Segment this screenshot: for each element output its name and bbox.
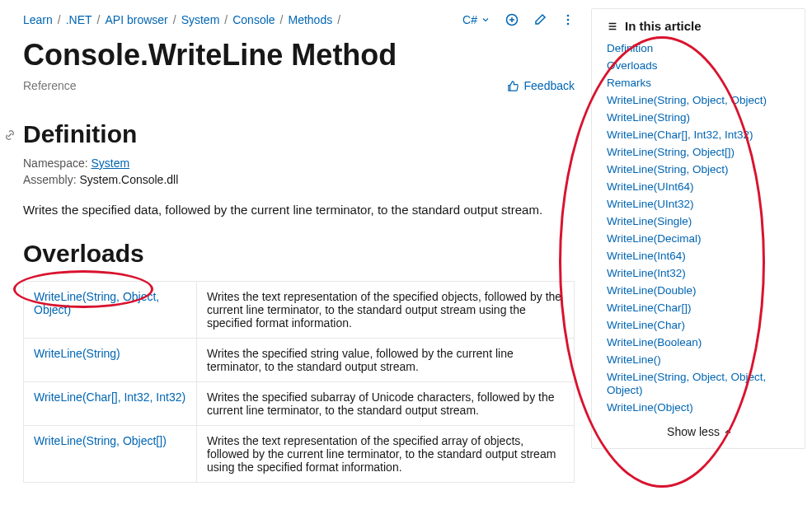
breadcrumb-link[interactable]: Console [232, 13, 275, 26]
overloads-tbody: WriteLine(String, Object, Object)Writes … [24, 282, 575, 483]
toc-title-row: In this article [607, 19, 793, 33]
toc-link[interactable]: WriteLine() [607, 353, 661, 366]
overload-desc: Writes the text representation of the sp… [197, 426, 575, 483]
breadcrumb-separator: / [224, 13, 228, 26]
breadcrumb-link[interactable]: Learn [23, 13, 53, 26]
toc-link[interactable]: Overloads [607, 59, 658, 72]
toc-list: DefinitionOverloadsRemarksWriteLine(Stri… [607, 41, 793, 414]
definition-description: Writes the specified data, followed by t… [23, 203, 575, 217]
toc-link[interactable]: WriteLine(String, Object) [607, 163, 729, 175]
toc-card: In this article DefinitionOverloadsRemar… [591, 8, 805, 449]
feedback-link[interactable]: Feedback [507, 79, 575, 92]
overload-link[interactable]: WriteLine(String, Object, Object) [34, 290, 159, 316]
assembly-label: Assembly: [23, 173, 77, 186]
toc-item: Definition [607, 41, 793, 54]
toc-item: WriteLine(Single) [607, 214, 793, 227]
toc-item: Overloads [607, 58, 793, 72]
toc-item: WriteLine(Char[], Int32, Int32) [607, 128, 793, 141]
toc-item: WriteLine() [607, 353, 793, 366]
toc-link[interactable]: WriteLine(UInt32) [607, 198, 694, 210]
overloads-table: WriteLine(String, Object, Object)Writes … [23, 281, 575, 483]
language-selector[interactable]: C# [462, 13, 490, 26]
toc-link[interactable]: WriteLine(Object) [607, 401, 693, 414]
table-row: WriteLine(String)Writes the specified st… [24, 339, 575, 382]
list-icon [607, 21, 618, 32]
page-title: Console.WriteLine Method [23, 38, 575, 72]
breadcrumb-separator: / [58, 13, 61, 26]
toc-item: WriteLine(Char) [607, 318, 793, 331]
toc-link[interactable]: WriteLine(Boolean) [607, 336, 702, 348]
overload-desc: Writes the specified string value, follo… [197, 339, 575, 382]
breadcrumb-separator: / [97, 13, 101, 26]
toc-link[interactable]: WriteLine(String) [607, 111, 690, 124]
toc-item: WriteLine(Decimal) [607, 231, 793, 245]
svg-point-2 [567, 19, 570, 21]
toc-item: WriteLine(Object) [607, 400, 793, 414]
toc-link[interactable]: Remarks [607, 77, 651, 89]
toc-item: WriteLine(Char[]) [607, 301, 793, 314]
toc-link[interactable]: WriteLine(Int64) [607, 250, 686, 262]
toc-link[interactable]: WriteLine(Int32) [607, 267, 686, 279]
overloads-heading: Overloads [23, 240, 144, 268]
feedback-label: Feedback [524, 79, 575, 92]
svg-point-1 [567, 15, 570, 17]
toolbar-right: C# [462, 13, 575, 26]
main-column: Learn/.NET/API browser/System/Console/Me… [0, 0, 591, 519]
namespace-link[interactable]: System [91, 157, 129, 170]
toc-link[interactable]: Definition [607, 42, 653, 54]
toc-link[interactable]: WriteLine(Char[], Int32, Int32) [607, 129, 753, 141]
toc-item: WriteLine(String, Object[]) [607, 145, 793, 158]
toc-link[interactable]: WriteLine(Double) [607, 284, 697, 297]
overload-link[interactable]: WriteLine(Char[], Int32, Int32) [34, 390, 185, 404]
breadcrumb-separator: / [280, 13, 284, 26]
toc-item: Remarks [607, 76, 793, 89]
show-less-label: Show less [667, 425, 720, 438]
show-less-button[interactable]: Show less [607, 420, 793, 443]
toc-link[interactable]: WriteLine(Single) [607, 215, 692, 227]
language-label: C# [462, 13, 477, 26]
breadcrumb-bar: Learn/.NET/API browser/System/Console/Me… [23, 13, 575, 26]
link-icon[interactable] [3, 129, 16, 144]
toc-item: WriteLine(Double) [607, 283, 793, 297]
edit-icon[interactable] [533, 13, 547, 26]
breadcrumb-link[interactable]: API browser [105, 13, 167, 26]
toc-item: WriteLine(String, Object, Object, Object… [607, 370, 793, 396]
breadcrumb-separator: / [337, 13, 340, 26]
toc-link[interactable]: WriteLine(Decimal) [607, 232, 702, 245]
toc-link[interactable]: WriteLine(String, Object, Object, Object… [607, 371, 766, 396]
table-row: WriteLine(String, Object, Object)Writes … [24, 282, 575, 339]
namespace-row: Namespace: System [23, 157, 575, 170]
overload-desc: Writes the text representation of the sp… [197, 282, 575, 339]
breadcrumb-link[interactable]: .NET [66, 13, 92, 26]
assembly-value: System.Console.dll [79, 173, 178, 186]
toc-item: WriteLine(Int32) [607, 266, 793, 279]
svg-point-3 [567, 23, 570, 26]
toc-item: WriteLine(String, Object, Object) [607, 93, 793, 106]
overload-desc: Writes the specified subarray of Unicode… [197, 382, 575, 426]
table-row: WriteLine(String, Object[])Writes the te… [24, 426, 575, 483]
overload-link[interactable]: WriteLine(String, Object[]) [34, 434, 167, 447]
toc-item: WriteLine(UInt64) [607, 180, 793, 193]
chevron-down-icon [481, 15, 490, 25]
breadcrumb-separator: / [173, 13, 176, 26]
toc-link[interactable]: WriteLine(String, Object, Object) [607, 94, 767, 106]
chevron-up-icon [723, 427, 733, 437]
toc-link[interactable]: WriteLine(Char) [607, 319, 685, 331]
breadcrumb: Learn/.NET/API browser/System/Console/Me… [23, 13, 340, 26]
sub-row: Reference Feedback [23, 79, 575, 92]
toc-item: WriteLine(UInt32) [607, 197, 793, 210]
toc-link[interactable]: WriteLine(String, Object[]) [607, 146, 735, 158]
toc-item: WriteLine(Boolean) [607, 335, 793, 348]
toc-item: WriteLine(String) [607, 110, 793, 124]
reference-label: Reference [23, 79, 77, 92]
breadcrumb-link[interactable]: System [181, 13, 220, 26]
definition-heading: Definition [23, 120, 137, 148]
overload-link[interactable]: WriteLine(String) [34, 347, 120, 360]
toc-link[interactable]: WriteLine(Char[]) [607, 302, 692, 314]
add-icon[interactable] [505, 13, 519, 26]
toc-link[interactable]: WriteLine(UInt64) [607, 180, 694, 193]
more-icon[interactable] [561, 13, 575, 26]
toc-title: In this article [625, 19, 702, 33]
breadcrumb-link[interactable]: Methods [288, 13, 332, 26]
assembly-row: Assembly: System.Console.dll [23, 173, 575, 186]
